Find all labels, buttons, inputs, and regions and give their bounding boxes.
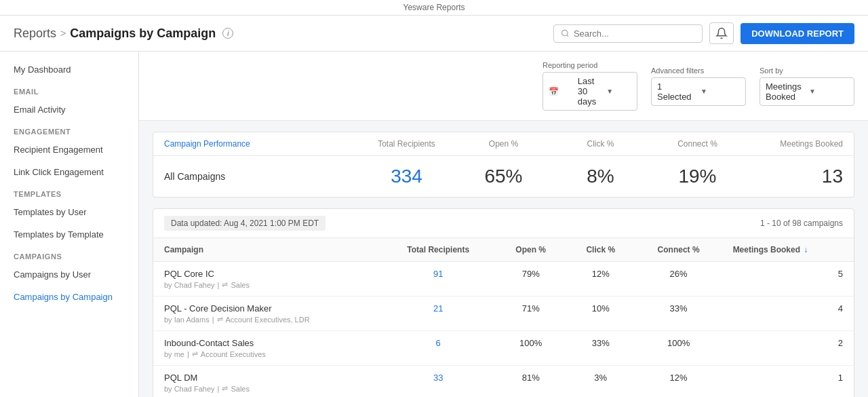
- table-row: PQL DM by Chad Fahey | ⇌ Sales 33 81% 3%…: [153, 366, 854, 398]
- campaign-by: by Chad Fahey: [164, 385, 215, 393]
- sidebar-item-campaigns-by-user[interactable]: Campaigns by User: [0, 263, 138, 286]
- th-click-pct[interactable]: Click %: [566, 238, 635, 262]
- campaign-meta: by Ian Adams | ⇌ Account Executives, LDR: [164, 315, 370, 324]
- summary-col-open: Open %: [455, 139, 552, 149]
- pipe-separator: |: [218, 385, 220, 393]
- table-body: PQL Core IC by Chad Fahey | ⇌ Sales 91 7…: [153, 262, 854, 398]
- sort-by-select[interactable]: Meetings Booked ▼: [760, 77, 854, 106]
- breadcrumb-parent[interactable]: Reports: [14, 26, 56, 41]
- svg-point-0: [562, 30, 568, 35]
- sort-by-value: Meetings Booked: [766, 81, 805, 102]
- advanced-filters-group: Advanced filters 1 Selected ▼: [651, 67, 746, 106]
- reporting-period-select[interactable]: 📅 Last 30 days ▼: [542, 72, 637, 111]
- table-row: Inbound-Contact Sales by me | ⇌ Account …: [153, 331, 854, 366]
- table-row: PQL Core IC by Chad Fahey | ⇌ Sales 91 7…: [153, 262, 854, 297]
- pipe-separator: |: [187, 350, 189, 358]
- search-input[interactable]: [574, 29, 695, 39]
- summary-col-meetings: Meetings Booked: [746, 139, 843, 149]
- sidebar-item-recipient-engagement[interactable]: Recipient Engagement: [0, 138, 138, 161]
- cell-open-pct: 100%: [495, 331, 566, 366]
- cell-meetings-booked: 4: [722, 297, 854, 331]
- campaign-meta: by Chad Fahey | ⇌ Sales: [164, 384, 370, 393]
- cell-campaign: PQL DM by Chad Fahey | ⇌ Sales: [153, 366, 381, 398]
- notification-button[interactable]: [709, 22, 734, 44]
- th-open-pct[interactable]: Open %: [495, 238, 566, 262]
- sidebar-item-templates-by-user[interactable]: Templates by User: [0, 201, 138, 223]
- summary-header: Campaign Performance Total Recipients Op…: [153, 132, 854, 156]
- summary-open-pct: 65%: [455, 166, 552, 187]
- reporting-period-group: Reporting period 📅 Last 30 days ▼: [542, 61, 637, 111]
- campaign-group: Account Executives: [201, 350, 266, 358]
- header: Reports > Campaigns by Campaign i DOWNLO…: [0, 16, 868, 52]
- top-bar: Yesware Reports: [0, 0, 868, 16]
- cell-click-pct: 3%: [566, 366, 635, 398]
- sidebar-item-my-dashboard[interactable]: My Dashboard: [0, 58, 138, 81]
- search-icon: [561, 29, 570, 38]
- reporting-period-label: Reporting period: [542, 61, 637, 69]
- cell-click-pct: 12%: [566, 262, 635, 297]
- campaign-group: Sales: [231, 281, 250, 289]
- summary-all-campaigns: All Campaigns: [164, 171, 358, 182]
- sidebar-item-email-activity[interactable]: Email Activity: [0, 98, 138, 121]
- cell-connect-pct: 12%: [635, 366, 722, 398]
- sidebar-section-engagement: ENGAGEMENT: [0, 121, 138, 138]
- th-campaign[interactable]: Campaign: [153, 238, 381, 262]
- campaign-title[interactable]: PQL - Core Decision Maker: [164, 303, 370, 314]
- th-total-recipients[interactable]: Total Recipients: [381, 238, 496, 262]
- download-report-button[interactable]: DOWNLOAD REPORT: [741, 23, 854, 44]
- campaign-title[interactable]: PQL DM: [164, 373, 370, 383]
- campaign-group: Sales: [231, 385, 250, 393]
- cell-total-recipients: 21: [381, 297, 496, 331]
- pipe-separator: |: [212, 316, 214, 324]
- summary-card: Campaign Performance Total Recipients Op…: [153, 132, 854, 197]
- cell-campaign: PQL - Core Decision Maker by Ian Adams |…: [153, 297, 381, 331]
- campaign-title[interactable]: PQL Core IC: [164, 269, 370, 279]
- cell-open-pct: 79%: [495, 262, 566, 297]
- filters-bar: Reporting period 📅 Last 30 days ▼ Advanc…: [139, 52, 868, 121]
- cell-total-recipients: 33: [381, 366, 496, 398]
- th-meetings-booked[interactable]: Meetings Booked ↓: [722, 238, 854, 262]
- pagination-info: 1 - 10 of 98 campaigns: [760, 219, 843, 228]
- summary-body: All Campaigns 334 65% 8% 19% 13: [153, 156, 854, 197]
- cell-click-pct: 33%: [566, 331, 635, 366]
- info-icon[interactable]: i: [222, 28, 233, 39]
- summary-col-connect: Connect %: [649, 139, 746, 149]
- sort-by-group: Sort by Meetings Booked ▼: [760, 67, 854, 106]
- campaign-meta: by Chad Fahey | ⇌ Sales: [164, 280, 370, 289]
- table-row: PQL - Core Decision Maker by Ian Adams |…: [153, 297, 854, 331]
- campaign-group: Account Executives, LDR: [226, 316, 310, 324]
- breadcrumb-separator: >: [60, 28, 66, 39]
- campaigns-table-wrapper: Data updated: Aug 4, 2021 1:00 PM EDT 1 …: [153, 208, 854, 397]
- summary-col-campaign: Campaign Performance: [164, 139, 358, 149]
- cell-click-pct: 10%: [566, 297, 635, 331]
- bell-icon: [715, 27, 728, 39]
- sidebar: My Dashboard EMAIL Email Activity ENGAGE…: [0, 52, 139, 397]
- summary-meetings-booked: 13: [746, 166, 843, 187]
- svg-line-1: [567, 35, 568, 36]
- top-bar-label: Yesware Reports: [403, 3, 465, 12]
- campaign-title[interactable]: Inbound-Contact Sales: [164, 338, 370, 348]
- advanced-filters-value: 1 Selected: [657, 81, 696, 102]
- campaign-meta: by me | ⇌ Account Executives: [164, 349, 370, 358]
- cell-connect-pct: 100%: [635, 331, 722, 366]
- summary-click-pct: 8%: [552, 166, 649, 187]
- advanced-filters-chevron-icon: ▼: [701, 88, 740, 95]
- sidebar-item-templates-by-template[interactable]: Templates by Template: [0, 223, 138, 246]
- cell-connect-pct: 33%: [635, 297, 722, 331]
- cell-open-pct: 81%: [495, 366, 566, 398]
- sidebar-item-link-click-engagement[interactable]: Link Click Engagement: [0, 161, 138, 183]
- cell-meetings-booked: 1: [722, 366, 854, 398]
- breadcrumb-current: Campaigns by Campaign: [70, 26, 216, 41]
- th-connect-pct[interactable]: Connect %: [635, 238, 722, 262]
- share-icon: ⇌: [192, 349, 198, 358]
- campaign-by: by Ian Adams: [164, 316, 210, 324]
- cell-meetings-booked: 2: [722, 331, 854, 366]
- header-right: DOWNLOAD REPORT: [553, 22, 854, 44]
- data-updated-label: Data updated: Aug 4, 2021 1:00 PM EDT: [164, 216, 326, 231]
- advanced-filters-select[interactable]: 1 Selected ▼: [651, 77, 746, 106]
- search-box[interactable]: [553, 24, 703, 43]
- cell-total-recipients: 91: [381, 262, 496, 297]
- sidebar-item-campaigns-by-campaign[interactable]: Campaigns by Campaign: [0, 286, 138, 308]
- summary-total-recipients: 334: [358, 166, 455, 187]
- pipe-separator: |: [218, 281, 220, 289]
